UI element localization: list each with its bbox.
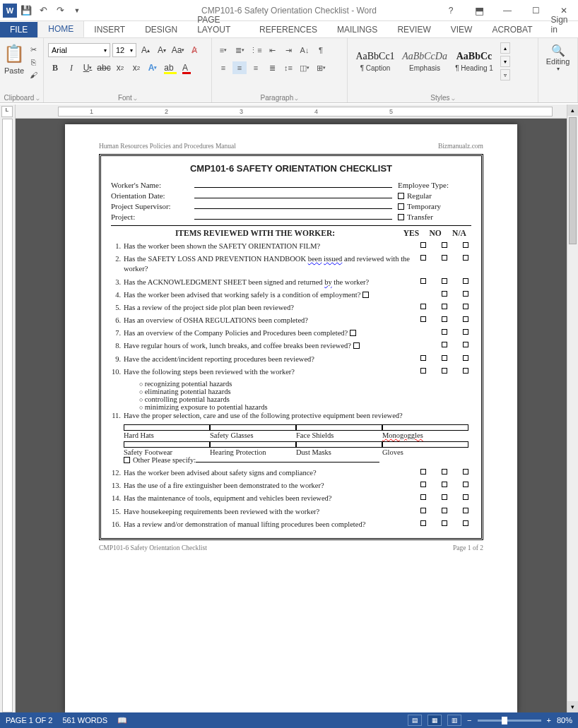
style-emphasis[interactable]: AaBbCcDaEmphasis bbox=[401, 42, 448, 80]
highlight-icon[interactable]: ab bbox=[162, 61, 176, 75]
tab-acrobat[interactable]: ACROBAT bbox=[482, 22, 542, 37]
editing-button[interactable]: 🔍 Editing ▾ bbox=[543, 40, 573, 72]
italic-button[interactable]: I bbox=[64, 61, 78, 75]
strike-button[interactable]: abc bbox=[97, 61, 111, 75]
font-name-select[interactable]: Arial▾ bbox=[48, 43, 110, 57]
format-painter-icon[interactable]: 🖌 bbox=[27, 69, 40, 80]
grow-font-icon[interactable]: A▴ bbox=[138, 43, 153, 57]
text-effects-icon[interactable]: A▾ bbox=[146, 61, 160, 75]
tab-home[interactable]: HOME bbox=[37, 20, 84, 37]
styles-expand[interactable]: ▿ bbox=[500, 69, 510, 80]
tab-page-layout[interactable]: PAGE LAYOUT bbox=[187, 12, 249, 37]
group-font-label: Font bbox=[44, 94, 211, 102]
group-styles-label: Styles bbox=[348, 94, 538, 102]
borders-icon[interactable]: ⊞▾ bbox=[314, 61, 328, 74]
justify-icon[interactable]: ≣ bbox=[265, 61, 279, 74]
find-icon: 🔍 bbox=[543, 44, 573, 57]
minimize-button[interactable]: — bbox=[497, 3, 517, 18]
tab-file[interactable]: FILE bbox=[0, 22, 37, 37]
bold-button[interactable]: B bbox=[48, 61, 62, 75]
tab-mailings[interactable]: MAILINGS bbox=[327, 22, 387, 37]
multilevel-icon[interactable]: ⋮≡ bbox=[249, 44, 263, 56]
tab-references[interactable]: REFERENCES bbox=[249, 22, 327, 37]
ribbon-options-icon[interactable]: ⬒ bbox=[469, 3, 489, 18]
outdent-icon[interactable]: ⇤ bbox=[265, 44, 279, 56]
tab-view[interactable]: VIEW bbox=[441, 22, 483, 37]
paste-button[interactable]: 📋 Paste bbox=[4, 40, 24, 75]
styles-scroll-up[interactable]: ▴ bbox=[500, 42, 510, 54]
bullets-icon[interactable]: ≡▾ bbox=[216, 44, 230, 56]
font-color-icon[interactable]: A bbox=[178, 61, 192, 75]
save-icon[interactable]: 💾 bbox=[18, 3, 34, 18]
style--heading-1[interactable]: AaBbCc¶ Heading 1 bbox=[451, 42, 497, 80]
superscript-button[interactable]: x2 bbox=[129, 61, 143, 75]
group-clipboard-label: Clipboard bbox=[0, 94, 43, 102]
shading-icon[interactable]: ◫▾ bbox=[297, 61, 312, 74]
style--caption[interactable]: AaBbCc1¶ Caption bbox=[352, 42, 399, 80]
align-center-icon[interactable]: ≡ bbox=[232, 61, 247, 74]
styles-scroll-down[interactable]: ▾ bbox=[500, 56, 510, 67]
clear-format-icon[interactable]: A̷ bbox=[187, 43, 201, 57]
font-size-select[interactable]: 12▾ bbox=[112, 43, 136, 57]
help-icon[interactable]: ? bbox=[441, 3, 461, 18]
sign-in-link[interactable]: Sign in bbox=[543, 12, 578, 37]
undo-icon[interactable]: ↶ bbox=[35, 3, 51, 18]
show-marks-icon[interactable]: ¶ bbox=[314, 44, 328, 56]
copy-icon[interactable]: ⎘ bbox=[27, 56, 40, 68]
line-spacing-icon[interactable]: ↕≡ bbox=[281, 61, 295, 74]
align-left-icon[interactable]: ≡ bbox=[216, 61, 230, 74]
redo-icon[interactable]: ↷ bbox=[52, 3, 68, 18]
word-icon: W bbox=[3, 4, 17, 18]
subscript-button[interactable]: x2 bbox=[113, 61, 127, 75]
titlebar: W 💾 ↶ ↷ ▼ CMP101-6 Safety Orientation Ch… bbox=[0, 0, 578, 21]
tab-insert[interactable]: INSERT bbox=[84, 22, 135, 37]
change-case-icon[interactable]: Aa▾ bbox=[171, 43, 185, 57]
indent-icon[interactable]: ⇥ bbox=[281, 44, 295, 56]
clipboard-icon: 📋 bbox=[4, 42, 24, 65]
group-paragraph-label: Paragraph bbox=[212, 94, 347, 102]
tab-review[interactable]: REVIEW bbox=[387, 22, 440, 37]
ribbon: 📋 Paste ✂ ⎘ 🖌 Clipboard Arial▾ 12▾ A▴ A▾… bbox=[0, 38, 578, 103]
sort-icon[interactable]: A↓ bbox=[297, 44, 312, 56]
ribbon-tabs: FILE HOME INSERT DESIGN PAGE LAYOUT REFE… bbox=[0, 21, 578, 38]
qat-customize-icon[interactable]: ▼ bbox=[69, 3, 85, 18]
underline-button[interactable]: U▾ bbox=[81, 61, 95, 75]
numbering-icon[interactable]: ≣▾ bbox=[232, 44, 247, 56]
shrink-font-icon[interactable]: A▾ bbox=[155, 43, 169, 57]
cut-icon[interactable]: ✂ bbox=[27, 44, 40, 55]
align-right-icon[interactable]: ≡ bbox=[249, 61, 263, 74]
tab-design[interactable]: DESIGN bbox=[135, 22, 187, 37]
